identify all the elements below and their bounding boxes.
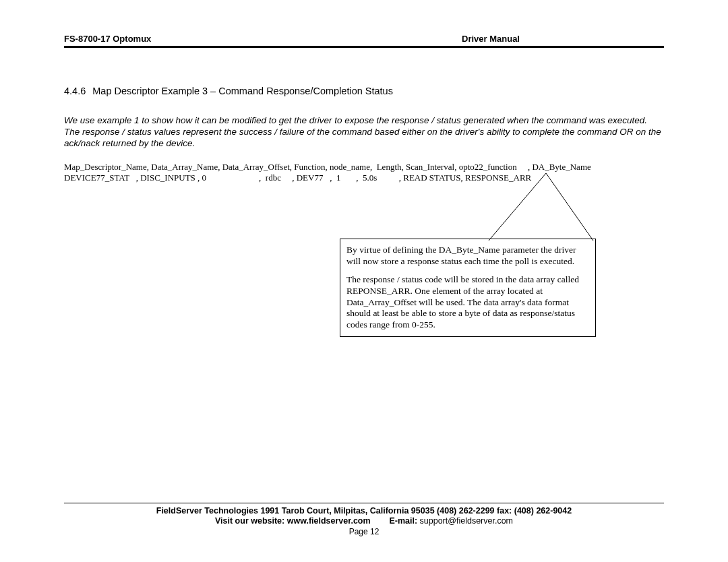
val-data-array-name: DISC_INPUTS ,: [138, 173, 200, 183]
svg-line-0: [489, 173, 546, 241]
val-length: , 1: [330, 173, 340, 183]
intro-paragraph: We use example 1 to show how it can be m…: [64, 115, 664, 150]
footer-rule: [64, 503, 664, 503]
col-length: Length,: [377, 162, 404, 172]
page-number: Page 12: [64, 527, 664, 536]
callout-paragraph-1: By virtue of defining the DA_Byte_Name p…: [346, 245, 589, 268]
page-footer: FieldServer Technologies 1991 Tarob Cour…: [64, 503, 664, 536]
section-number: 4.4.6: [64, 86, 86, 96]
footer-email-label: E-mail:: [389, 516, 417, 526]
header-right: Driver Manual: [462, 34, 664, 44]
callout-connector: [485, 173, 607, 244]
val-opto22-function: , READ STATUS,: [399, 173, 463, 183]
footer-address: FieldServer Technologies 1991 Tarob Cour…: [64, 506, 664, 516]
section-heading: 4.4.6Map Descriptor Example 3 – Command …: [64, 86, 664, 96]
col-map-descriptor-name: Map_Descriptor_Name,: [64, 162, 149, 172]
col-scan-interval: Scan_Interval,: [406, 162, 456, 172]
val-scan-interval: , 5.0s: [356, 173, 377, 183]
callout-box: By virtue of defining the DA_Byte_Name p…: [340, 239, 596, 337]
val-data-array-offset: 0: [200, 173, 206, 183]
val-map-descriptor-name: DEVICE77_STAT ,: [64, 173, 138, 183]
col-data-array-name: Data_Array_Name,: [151, 162, 220, 172]
footer-email-value: support@fieldserver.com: [417, 516, 513, 526]
header-rule: [64, 46, 664, 48]
col-function: Function,: [294, 162, 327, 172]
col-node-name: node_name,: [330, 162, 372, 172]
footer-website-label: Visit our website: www.fieldserver.com: [215, 516, 371, 526]
val-node-name: , DEV77: [292, 173, 323, 183]
section-title: Map Descriptor Example 3 – Command Respo…: [92, 86, 393, 96]
callout-paragraph-2: The response / status code will be store…: [346, 274, 589, 331]
val-function: , rdbc: [259, 173, 281, 183]
col-opto22-function: opto22_function: [459, 162, 517, 172]
header-left: FS-8700-17 Optomux: [64, 34, 462, 44]
col-da-byte-name: , DA_Byte_Name: [528, 162, 591, 172]
col-data-array-offset: Data_Array_Offset,: [222, 162, 292, 172]
svg-line-1: [546, 173, 593, 241]
